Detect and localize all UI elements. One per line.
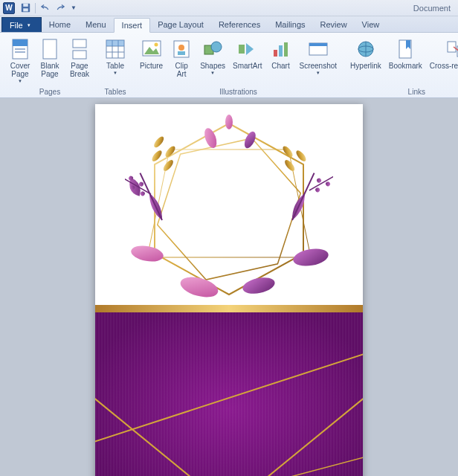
smartart-label: SmartArt: [233, 62, 262, 70]
svg-rect-4: [13, 39, 28, 46]
cover-page-button[interactable]: Cover Page ▼: [6, 36, 34, 86]
chart-icon: [270, 38, 292, 60]
svg-point-20: [178, 45, 184, 51]
shapes-label: Shapes: [200, 62, 225, 70]
undo-icon[interactable]: [39, 2, 51, 14]
tab-file[interactable]: File: [1, 17, 42, 32]
clip-art-label: Clip Art: [175, 62, 188, 78]
cover-page-icon: [9, 38, 31, 60]
svg-line-78: [214, 387, 363, 476]
svg-rect-7: [43, 39, 57, 59]
svg-point-18: [154, 43, 158, 47]
svg-point-73: [315, 187, 320, 193]
group-pages: Cover Page ▼ Blank Page Page Break Pages: [3, 34, 97, 97]
hyperlink-button[interactable]: Hyperlink: [347, 36, 384, 72]
table-icon: [104, 38, 126, 60]
title-bar: W ▼ Document: [0, 0, 458, 16]
table-button[interactable]: Table ▼: [101, 36, 129, 77]
ribbon: Cover Page ▼ Blank Page Page Break Pages…: [0, 33, 458, 98]
hyperlink-label: Hyperlink: [350, 62, 381, 70]
page-break-label: Page Break: [70, 62, 89, 78]
smartart-button[interactable]: SmartArt: [230, 36, 265, 72]
shapes-icon: [201, 38, 224, 60]
clip-art-icon: [170, 38, 193, 60]
ribbon-tabs: File Home Menu Insert Page Layout Refere…: [0, 16, 458, 33]
svg-rect-21: [178, 51, 185, 55]
cover-page-label: Cover Page: [10, 62, 30, 78]
bookmark-button[interactable]: Bookmark: [386, 36, 425, 72]
bookmark-label: Bookmark: [389, 62, 422, 70]
svg-rect-6: [15, 51, 25, 53]
picture-button[interactable]: Picture: [137, 36, 166, 72]
group-tables-label: Tables: [101, 87, 129, 97]
svg-rect-15: [106, 40, 124, 46]
hyperlink-icon: [355, 38, 377, 60]
blank-page-label: Blank Page: [40, 62, 59, 78]
app-icon: W: [3, 2, 15, 14]
blank-page-icon: [39, 38, 61, 60]
qat-customize-icon[interactable]: ▼: [68, 2, 80, 14]
svg-point-75: [325, 181, 331, 187]
group-tables: Table ▼ Tables: [98, 34, 132, 97]
page-break-icon: [68, 38, 91, 60]
svg-rect-26: [274, 50, 277, 57]
svg-point-57: [152, 135, 166, 149]
group-illustrations-label: Illustrations: [137, 87, 340, 97]
clip-art-button[interactable]: Clip Art: [167, 36, 196, 80]
tab-page-layout[interactable]: Page Layout: [150, 17, 211, 32]
cross-reference-button[interactable]: Cross-reference: [427, 36, 458, 72]
svg-rect-24: [239, 45, 245, 54]
cross-reference-icon: [445, 38, 458, 60]
group-links-label: Links: [347, 87, 458, 97]
smartart-icon: [236, 38, 259, 60]
svg-rect-9: [73, 51, 86, 59]
screenshot-button[interactable]: Screenshot ▼: [297, 36, 341, 77]
svg-rect-8: [73, 39, 86, 48]
svg-marker-51: [146, 119, 312, 300]
tab-home[interactable]: Home: [42, 17, 78, 32]
svg-rect-30: [309, 43, 327, 46]
document-title: Document: [413, 4, 455, 13]
tab-mailings[interactable]: Mailings: [268, 17, 312, 32]
redo-icon[interactable]: [54, 2, 65, 14]
table-label: Table: [106, 62, 124, 70]
svg-rect-5: [15, 48, 25, 50]
group-links: Hyperlink Bookmark Cross-reference Links: [344, 34, 458, 97]
bookmark-icon: [394, 38, 416, 60]
picture-icon: [141, 38, 163, 60]
quick-access-toolbar: ▼: [19, 2, 80, 14]
blank-page-button[interactable]: Blank Page: [36, 36, 64, 80]
screenshot-icon: [307, 38, 329, 60]
tab-menu[interactable]: Menu: [78, 17, 114, 32]
tab-view[interactable]: View: [355, 17, 387, 32]
shapes-button[interactable]: Shapes ▼: [197, 36, 228, 77]
svg-point-68: [140, 190, 146, 196]
svg-point-74: [316, 178, 322, 184]
svg-point-64: [225, 115, 233, 129]
chart-button[interactable]: Chart: [267, 36, 295, 72]
document-page[interactable]: [95, 104, 363, 476]
picture-label: Picture: [140, 62, 163, 70]
group-illustrations: Picture Clip Art Shapes ▼ SmartArt Chart: [134, 34, 343, 97]
svg-point-53: [130, 243, 165, 263]
svg-rect-28: [284, 42, 288, 57]
svg-point-66: [241, 275, 276, 297]
tab-review[interactable]: Review: [313, 17, 355, 32]
document-workspace[interactable]: [0, 98, 458, 476]
floral-wreath-graphic: [125, 109, 333, 317]
save-icon[interactable]: [19, 2, 31, 14]
svg-point-23: [211, 42, 222, 52]
svg-line-79: [125, 454, 363, 476]
group-pages-label: Pages: [6, 87, 94, 97]
svg-rect-27: [279, 45, 283, 57]
svg-rect-2: [23, 8, 28, 11]
page-break-button[interactable]: Page Break: [65, 36, 94, 80]
svg-rect-1: [23, 4, 28, 7]
tab-references[interactable]: References: [211, 17, 268, 32]
tab-insert[interactable]: Insert: [114, 18, 151, 33]
svg-point-54: [162, 158, 175, 173]
chart-label: Chart: [271, 62, 289, 70]
cross-reference-label: Cross-reference: [430, 62, 458, 70]
screenshot-label: Screenshot: [300, 62, 338, 70]
svg-point-58: [283, 158, 297, 173]
